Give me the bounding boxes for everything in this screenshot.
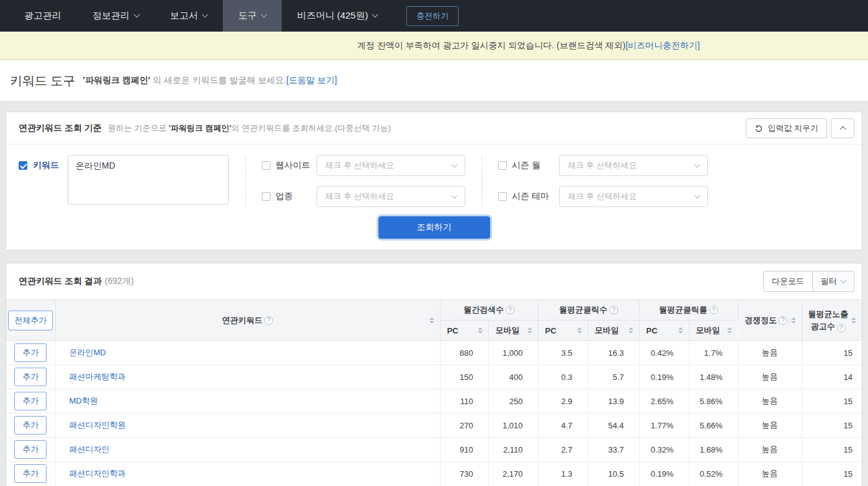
season-month-checkbox[interactable] — [498, 161, 507, 170]
chevron-down-icon — [452, 192, 458, 198]
table-row: 추가 패션디자인학과 730 2,170 1.3 10.5 0.19% 0.52… — [6, 462, 862, 486]
chevron-down-icon — [694, 192, 700, 198]
clear-inputs-label: 입력값 지우기 — [767, 123, 818, 134]
help-icon[interactable]: ? — [779, 316, 787, 325]
keyword-link[interactable]: 온라인MD — [56, 347, 106, 358]
mobile-search-value: 400 — [488, 365, 538, 389]
keyword-link[interactable]: 패션마케팅학과 — [56, 371, 126, 382]
chevron-down-icon — [372, 12, 378, 18]
add-keyword-button[interactable]: 추가 — [14, 343, 47, 362]
mobile-ctr-value: 1.48% — [689, 365, 738, 389]
nav-item-report[interactable]: 보고서 — [154, 0, 223, 32]
pc-ctr-value: 0.19% — [639, 462, 689, 486]
filter-label: 필터 — [821, 276, 837, 287]
subcolumn-mobile-search[interactable]: 모바일 — [488, 320, 538, 341]
page-header: 키워드 도구 '파워링크 캠페인' 의 새로운 키워드를 발굴해 보세요.[도움… — [0, 60, 868, 102]
sort-icon[interactable] — [527, 327, 532, 334]
pc-ctr-value: 0.19% — [639, 365, 689, 389]
results-table: 전체추가 연관키워드? 월간검색수? 월평균클릭수? 월평균클릭률? 경쟁정도? — [6, 299, 862, 486]
collapse-panel-button[interactable] — [831, 118, 854, 138]
pc-ctr-value: 0.32% — [639, 438, 689, 462]
table-row: 추가 패션디자인 910 2,110 2.7 33.7 0.32% 1.68% … — [6, 438, 862, 462]
sort-icon[interactable] — [727, 327, 732, 334]
subcolumn-mobile-clicks[interactable]: 모바일 — [588, 320, 639, 341]
column-header-keyword[interactable]: 연관키워드? — [55, 300, 440, 341]
help-link[interactable]: [도움말 보기] — [286, 75, 337, 85]
season-theme-checkbox[interactable] — [498, 192, 507, 201]
download-button[interactable]: 다운로드 — [763, 271, 813, 292]
help-icon[interactable]: ? — [609, 306, 618, 314]
industry-select[interactable]: 체크 후 선택하세요 — [316, 186, 465, 207]
sort-icon[interactable] — [478, 327, 483, 334]
industry-select-placeholder: 체크 후 선택하세요 — [325, 191, 394, 202]
ad-count-value: 15 — [802, 438, 862, 462]
bizmoney-charge-link[interactable]: [비즈머니충전하기] — [625, 40, 700, 51]
pc-ctr-value: 2.65% — [639, 389, 689, 413]
add-keyword-button[interactable]: 추가 — [14, 440, 47, 459]
table-row: 추가 온라인MD 880 1,000 3.5 16.3 0.42% 1.7% 높… — [6, 341, 862, 365]
nav-item-label: 보고서 — [170, 10, 198, 22]
sort-icon[interactable] — [851, 317, 856, 324]
subcolumn-pc-search[interactable]: PC — [440, 320, 488, 341]
nav-item-bizmoney[interactable]: 비즈머니 (425원) — [282, 0, 393, 32]
mobile-search-value: 1,010 — [488, 413, 538, 438]
keyword-checkbox[interactable] — [19, 161, 27, 170]
ad-count-value: 15 — [802, 389, 862, 413]
clear-inputs-button[interactable]: 입력값 지우기 — [746, 118, 827, 138]
search-submit-button[interactable]: 조회하기 — [378, 216, 490, 239]
nav-item-tools[interactable]: 도구 — [223, 0, 282, 32]
charge-button[interactable]: 충전하기 — [406, 6, 459, 26]
account-notice-bar: 계정 잔액이 부족하여 광고가 일시중지 되었습니다. (브랜드검색 제외) [… — [0, 32, 868, 60]
column-header-avg-ad-count[interactable]: 월평균노출 광고수? — [802, 300, 862, 341]
add-keyword-button[interactable]: 추가 — [14, 464, 47, 483]
keyword-link[interactable]: 패션디자인 — [56, 444, 110, 455]
competition-value: 높음 — [738, 389, 802, 413]
column-header-monthly-avg-ctr: 월평균클릭률? — [639, 300, 738, 320]
keyword-textarea[interactable]: 온라인MD — [68, 155, 229, 205]
help-icon[interactable]: ? — [837, 324, 846, 332]
subcolumn-pc-ctr[interactable]: PC — [639, 320, 689, 341]
website-checkbox[interactable] — [262, 161, 271, 170]
subcolumn-pc-clicks[interactable]: PC — [538, 320, 588, 341]
pc-search-value: 730 — [440, 462, 488, 486]
nav-item-info-management[interactable]: 정보관리 — [77, 0, 154, 32]
keyword-link[interactable]: MD학원 — [56, 395, 98, 407]
notice-message: 계정 잔액이 부족하여 광고가 일시중지 되었습니다. (브랜드검색 제외) — [357, 40, 625, 51]
keyword-link[interactable]: 패션디자인학원 — [56, 420, 126, 431]
add-keyword-button[interactable]: 추가 — [14, 368, 47, 386]
help-icon[interactable]: ? — [506, 306, 514, 314]
help-icon[interactable]: ? — [709, 306, 718, 314]
top-nav: 광고관리 정보관리 보고서 도구 비즈머니 (425원) 충전하기 — [0, 0, 868, 32]
add-keyword-button[interactable]: 추가 — [14, 392, 47, 410]
pc-clicks-value: 1.3 — [538, 462, 588, 486]
mobile-ctr-value: 5.86% — [689, 389, 738, 413]
pc-search-value: 110 — [440, 389, 488, 413]
pc-clicks-value: 4.7 — [538, 413, 588, 438]
ad-count-value: 15 — [802, 462, 862, 486]
add-keyword-button[interactable]: 추가 — [14, 416, 47, 435]
nav-item-label: 광고관리 — [24, 10, 61, 22]
industry-checkbox[interactable] — [262, 192, 271, 201]
keyword-link[interactable]: 패션디자인학과 — [56, 468, 126, 479]
nav-item-ad-management[interactable]: 광고관리 — [9, 0, 77, 32]
season-theme-label: 시즌 테마 — [512, 191, 559, 202]
sort-icon[interactable] — [577, 327, 582, 334]
table-row: 추가 패션마케팅학과 150 400 0.3 5.7 0.19% 1.48% 높… — [6, 365, 862, 389]
sort-icon[interactable] — [678, 327, 683, 334]
sort-icon[interactable] — [629, 327, 633, 334]
page-subtitle: '파워링크 캠페인' 의 새로운 키워드를 발굴해 보세요.[도움말 보기] — [83, 75, 338, 86]
subcolumn-mobile-ctr[interactable]: 모바일 — [689, 320, 738, 341]
help-icon[interactable]: ? — [264, 316, 273, 325]
column-header-competition[interactable]: 경쟁정도? — [738, 300, 802, 341]
filter-button[interactable]: 필터 — [812, 271, 854, 292]
sort-icon[interactable] — [429, 317, 434, 324]
website-select[interactable]: 체크 후 선택하세요 — [316, 155, 465, 176]
add-all-button[interactable]: 전체추가 — [8, 311, 53, 330]
rotate-ccw-icon — [754, 124, 763, 133]
pc-search-value: 270 — [440, 413, 488, 438]
season-month-select[interactable]: 체크 후 선택하세요 — [559, 155, 708, 176]
sort-icon[interactable] — [791, 317, 796, 324]
competition-value: 높음 — [738, 438, 802, 462]
season-theme-select[interactable]: 체크 후 선택하세요 — [559, 186, 708, 207]
mobile-search-value: 2,170 — [488, 462, 538, 486]
